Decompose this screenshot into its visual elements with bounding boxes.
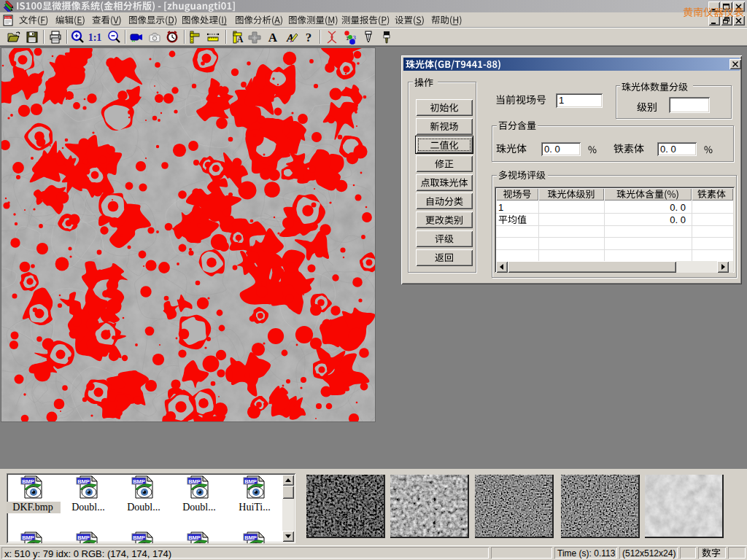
svg-text:BMP: BMP [77, 534, 90, 541]
svg-text:BMP: BMP [188, 478, 201, 485]
svg-text:A: A [237, 34, 244, 44]
svg-text:1:1: 1:1 [88, 32, 102, 43]
svg-text:BMP: BMP [188, 534, 201, 541]
svg-text:BMP: BMP [133, 478, 145, 485]
svg-text:1: 1 [346, 35, 349, 42]
svg-text:BMP: BMP [22, 478, 34, 485]
svg-text:BMP: BMP [22, 534, 34, 541]
svg-text:BMP: BMP [244, 534, 257, 541]
svg-text:BMP: BMP [133, 534, 145, 541]
svg-text:BMP: BMP [77, 478, 90, 485]
svg-text:BMP: BMP [244, 478, 257, 485]
